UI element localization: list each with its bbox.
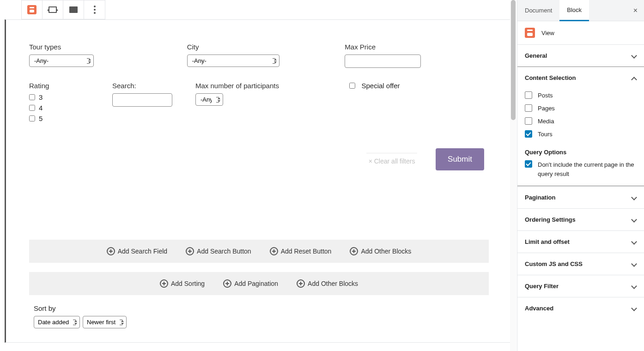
plus-circle-icon	[107, 247, 115, 255]
sort-order-select[interactable]: Newer first	[83, 316, 127, 328]
toolbox-logo-icon	[525, 28, 535, 38]
chevron-down-icon	[632, 240, 637, 244]
add-other-blocks-button-2[interactable]: Add Other Blocks	[297, 279, 358, 288]
tab-block[interactable]: Block	[559, 0, 589, 21]
exclude-current-label: Don't include the current page in the qu…	[538, 160, 637, 178]
rating-5-checkbox[interactable]	[29, 115, 35, 121]
add-sorting-button[interactable]: Add Sorting	[160, 279, 205, 288]
view-block[interactable]: Tour types -Any- City -Any-	[5, 19, 512, 343]
tab-document[interactable]: Document	[517, 0, 559, 20]
chevron-down-icon	[632, 284, 637, 289]
city-select[interactable]: -Any-	[187, 54, 279, 67]
search-input[interactable]	[112, 93, 172, 107]
more-vertical-icon	[94, 6, 96, 14]
add-search-field-button[interactable]: Add Search Field	[107, 247, 167, 255]
pages-label: Pages	[538, 105, 555, 112]
plus-circle-icon	[270, 247, 278, 255]
panel-pagination: Pagination	[517, 186, 644, 208]
panel-ordering-toggle[interactable]: Ordering Settings	[517, 209, 644, 230]
chevron-down-icon	[632, 218, 637, 222]
panel-advanced: Advanced	[517, 297, 644, 319]
more-options-button[interactable]	[84, 0, 105, 19]
search-label: Search:	[112, 82, 182, 90]
search-form: Tour types -Any- City -Any-	[6, 20, 512, 184]
add-buttons-row-1: Add Search Field Add Search Button Add R…	[29, 240, 489, 263]
max-participants-label: Max number of participants	[195, 82, 335, 90]
submit-button[interactable]: Submit	[436, 148, 484, 170]
sort-field-select[interactable]: Date added	[34, 316, 80, 328]
settings-sidebar: Document Block × View General Content Se…	[517, 0, 644, 351]
sort-by-label: Sort by	[34, 304, 489, 312]
block-toolbar	[21, 0, 105, 19]
tours-label: Tours	[538, 131, 553, 138]
media-label: Media	[538, 118, 554, 125]
scrollbar-thumb[interactable]	[511, 0, 516, 120]
chevron-down-icon	[632, 262, 637, 266]
chevron-down-icon	[632, 54, 637, 58]
rating-3-checkbox[interactable]	[29, 94, 35, 100]
rating-4-checkbox[interactable]	[29, 105, 35, 111]
panel-custom-js-css-toggle[interactable]: Custom JS and CSS	[517, 253, 644, 275]
align-wide-button[interactable]	[43, 0, 63, 19]
clear-filters-button[interactable]: × Clear all filters	[366, 153, 417, 166]
scrollbar[interactable]	[510, 0, 516, 351]
align-full-button[interactable]	[63, 0, 84, 19]
rating-label: Rating	[29, 82, 98, 90]
chevron-down-icon	[632, 306, 637, 311]
max-price-label: Max Price	[345, 43, 489, 51]
panel-content-selection-toggle[interactable]: Content Selection	[517, 67, 644, 89]
plus-circle-icon	[223, 279, 231, 288]
rating-4-label: 4	[39, 104, 43, 112]
panel-query-filter-toggle[interactable]: Query Filter	[517, 275, 644, 297]
block-type-button[interactable]	[22, 0, 43, 19]
block-info: View	[517, 21, 644, 44]
plus-circle-icon	[350, 247, 358, 255]
editor-canvas[interactable]: Tour types -Any- City -Any-	[0, 0, 517, 351]
plus-circle-icon	[160, 279, 168, 288]
add-reset-button-button[interactable]: Add Reset Button	[270, 247, 332, 255]
max-price-input[interactable]	[345, 54, 421, 68]
chevron-up-icon	[632, 76, 637, 80]
tour-types-label: Tour types	[29, 43, 173, 51]
panel-custom-js-css: Custom JS and CSS	[517, 253, 644, 275]
add-other-blocks-button[interactable]: Add Other Blocks	[350, 247, 411, 255]
tours-checkbox[interactable]	[525, 130, 532, 138]
add-search-button-button[interactable]: Add Search Button	[186, 247, 251, 255]
rating-5-label: 5	[39, 115, 43, 122]
rating-3-label: 3	[39, 93, 43, 101]
align-wide-icon	[49, 6, 57, 13]
city-label: City	[187, 43, 331, 51]
panel-query-filter: Query Filter	[517, 275, 644, 297]
panel-ordering: Ordering Settings	[517, 208, 644, 230]
close-sidebar-button[interactable]: ×	[627, 6, 644, 15]
posts-label: Posts	[538, 92, 553, 99]
media-checkbox[interactable]	[525, 117, 532, 125]
special-offer-label: Special offer	[362, 82, 400, 90]
plus-circle-icon	[297, 279, 305, 288]
block-name: View	[541, 30, 554, 36]
panel-advanced-toggle[interactable]: Advanced	[517, 297, 644, 319]
sort-section: Sort by Date added Newer first	[6, 304, 512, 342]
panel-limit: Limit and offset	[517, 230, 644, 253]
panel-general-toggle[interactable]: General	[517, 45, 644, 67]
query-options-title: Query Options	[525, 149, 637, 156]
add-pagination-button[interactable]: Add Pagination	[223, 279, 278, 288]
pages-checkbox[interactable]	[525, 104, 532, 112]
panel-limit-toggle[interactable]: Limit and offset	[517, 231, 644, 253]
exclude-current-checkbox[interactable]	[525, 160, 532, 168]
chevron-down-icon	[632, 195, 637, 200]
toolbox-logo-icon	[27, 5, 36, 14]
add-buttons-row-2: Add Sorting Add Pagination Add Other Blo…	[29, 272, 489, 295]
panel-pagination-toggle[interactable]: Pagination	[517, 187, 644, 208]
max-participants-select[interactable]: -Any-	[195, 93, 223, 106]
panel-content-selection: Content Selection Posts Pages Media Tour…	[517, 67, 644, 186]
panel-general: General	[517, 44, 644, 67]
plus-circle-icon	[186, 247, 194, 255]
sidebar-tabs: Document Block ×	[517, 0, 644, 21]
special-offer-checkbox[interactable]	[349, 83, 355, 89]
posts-checkbox[interactable]	[525, 91, 532, 99]
tour-types-select[interactable]: -Any-	[29, 54, 94, 67]
align-full-icon	[69, 6, 78, 13]
